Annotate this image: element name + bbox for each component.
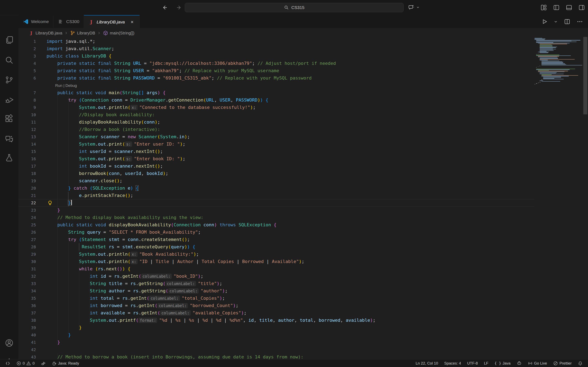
code-line[interactable]: 9 System.out.println(x:"Connected to the… bbox=[18, 104, 588, 111]
code-line[interactable]: 21 e.printStackTrace(); bbox=[18, 192, 588, 199]
code-line[interactable]: 30 System.out.println(x:"ID | Title | Au… bbox=[18, 258, 588, 265]
code-line[interactable]: 35 int total = rs.getInt(columnLabel:"to… bbox=[18, 295, 588, 302]
line-number[interactable]: 3 bbox=[18, 52, 36, 60]
line-number[interactable]: 39 bbox=[18, 324, 36, 331]
line-number[interactable]: 20 bbox=[18, 184, 36, 192]
code-line[interactable]: 13 Scanner scanner = new Scanner(System.… bbox=[18, 133, 588, 141]
line-number[interactable]: 19 bbox=[18, 177, 36, 184]
code-line[interactable]: 25 public static void displayBookAvailab… bbox=[18, 221, 588, 229]
line-number[interactable]: 8 bbox=[18, 96, 36, 104]
breadcrumb-item[interactable]: JLibraryDB.java bbox=[29, 30, 62, 36]
code-line[interactable]: 5 private static final String USER = "ab… bbox=[18, 67, 588, 75]
breadcrumb-item[interactable]: LibraryDB bbox=[70, 30, 95, 36]
line-number[interactable]: 22 bbox=[18, 199, 36, 207]
code-line[interactable]: 14 System.out.print(s:"Enter user ID: ")… bbox=[18, 141, 588, 148]
activity-search-icon[interactable] bbox=[0, 54, 18, 66]
code-line[interactable]: 31 while (rs.next()) { bbox=[18, 265, 588, 273]
activity-chat-icon[interactable] bbox=[0, 133, 18, 145]
codelens-run-debug[interactable]: Run | Debug bbox=[47, 83, 77, 88]
code-line[interactable]: 26 String query = "SELECT * FROM book_Av… bbox=[18, 229, 588, 236]
line-number[interactable]: 31 bbox=[18, 265, 36, 273]
toggle-panel-left-icon[interactable] bbox=[553, 4, 560, 11]
status-java-ready[interactable]: Java: Ready bbox=[50, 359, 81, 367]
status-spaces-4[interactable]: Spaces: 4 bbox=[442, 359, 463, 367]
tab-welcome[interactable]: Welcome bbox=[18, 15, 53, 28]
scrollbar-slider[interactable] bbox=[583, 37, 587, 114]
line-number[interactable]: 23 bbox=[18, 207, 36, 214]
copilot-chat-button[interactable] bbox=[408, 3, 420, 12]
line-number[interactable]: 34 bbox=[18, 287, 36, 295]
line-number[interactable]: 37 bbox=[18, 309, 36, 317]
status-remote-icon[interactable] bbox=[3, 359, 12, 367]
line-number[interactable]: 16 bbox=[18, 155, 36, 162]
line-number[interactable]: 38 bbox=[18, 317, 36, 324]
status-go-live[interactable]: Go Live bbox=[526, 359, 549, 367]
line-number[interactable]: 10 bbox=[18, 111, 36, 118]
line-number[interactable]: 18 bbox=[18, 170, 36, 177]
code-line[interactable]: 7 public static void main(String[] args)… bbox=[18, 89, 588, 96]
breadcrumb-item[interactable]: main(String[]) bbox=[103, 30, 134, 36]
code-line[interactable]: 1import java.sql.*; bbox=[18, 38, 588, 45]
line-number[interactable]: 13 bbox=[18, 133, 36, 141]
command-center-search[interactable]: CS315 bbox=[185, 3, 404, 12]
tab-cs300[interactable]: CS300 bbox=[53, 15, 84, 28]
code-line[interactable]: 17 int bookId = scanner.nextInt(); bbox=[18, 162, 588, 170]
toggle-panel-right-icon[interactable] bbox=[578, 4, 585, 11]
activity-testing-icon[interactable] bbox=[0, 152, 18, 164]
code-line[interactable]: 20 } catch (SQLException e) { bbox=[18, 184, 588, 192]
code-line[interactable]: 23 } bbox=[18, 207, 588, 214]
code-line[interactable]: 6 private static final String PASSWORD =… bbox=[18, 75, 588, 82]
status-java[interactable]: { }Java bbox=[493, 359, 513, 367]
line-number[interactable]: 7 bbox=[18, 89, 36, 96]
close-icon[interactable]: × bbox=[129, 19, 135, 25]
code-line[interactable]: 22 } bbox=[18, 199, 588, 207]
line-number[interactable]: 32 bbox=[18, 273, 36, 280]
status-prettier[interactable]: Prettier bbox=[551, 359, 574, 367]
line-number[interactable]: 9 bbox=[18, 104, 36, 111]
code-line[interactable]: 15 int userId = scanner.nextInt(); bbox=[18, 148, 588, 155]
line-number[interactable]: 4 bbox=[18, 60, 36, 67]
code-line[interactable]: 19 scanner.close(); bbox=[18, 177, 588, 184]
status-copilot-icon[interactable] bbox=[515, 359, 524, 367]
code-area[interactable]: 1import java.sql.*;2import java.util.Sca… bbox=[18, 38, 588, 359]
line-number[interactable]: 14 bbox=[18, 141, 36, 148]
line-number[interactable]: 1 bbox=[18, 38, 36, 45]
activity-run-debug-icon[interactable] bbox=[0, 94, 18, 106]
code-line[interactable]: 4 private static final String URL = "jdb… bbox=[18, 60, 588, 67]
lightbulb-icon[interactable] bbox=[47, 200, 53, 206]
tab-librarydb-java[interactable]: JLibraryDB.java× bbox=[84, 15, 140, 28]
code-line[interactable]: 34 String author = rs.getString(columnLa… bbox=[18, 287, 588, 295]
code-line[interactable]: 2import java.util.Scanner; bbox=[18, 45, 588, 52]
line-number[interactable]: 21 bbox=[18, 192, 36, 199]
line-number[interactable]: 11 bbox=[18, 118, 36, 126]
code-line[interactable]: 43 // Method to borrow a book (insert in… bbox=[18, 353, 588, 359]
status-debug-status-icon[interactable] bbox=[39, 359, 48, 367]
code-line[interactable]: 16 System.out.print(s:"Enter book ID: ")… bbox=[18, 155, 588, 162]
more-actions-icon[interactable] bbox=[577, 18, 583, 25]
line-number[interactable]: 26 bbox=[18, 229, 36, 236]
code-line[interactable]: 10 //Display book availability: bbox=[18, 111, 588, 118]
line-number[interactable]: 43 bbox=[18, 353, 36, 359]
activity-files-icon[interactable] bbox=[0, 34, 18, 46]
code-line[interactable]: 18 borrowBook(conn, userId, bookId); bbox=[18, 170, 588, 177]
code-line[interactable]: 40 } bbox=[18, 331, 588, 339]
chevron-down-icon[interactable] bbox=[554, 20, 558, 24]
code-line[interactable]: 36 int borrowed = rs.getInt(columnLabel:… bbox=[18, 302, 588, 309]
customize-layout-icon[interactable] bbox=[540, 4, 547, 11]
code-line[interactable]: 12 //Borrow a book (interactive): bbox=[18, 126, 588, 133]
line-number[interactable]: 17 bbox=[18, 162, 36, 170]
minimap[interactable] bbox=[535, 38, 582, 359]
line-number[interactable]: 28 bbox=[18, 243, 36, 250]
line-number[interactable]: 30 bbox=[18, 258, 36, 265]
line-number[interactable]: 36 bbox=[18, 302, 36, 309]
vertical-scrollbar[interactable] bbox=[583, 28, 588, 359]
forward-arrow-icon[interactable] bbox=[176, 4, 182, 11]
code-line[interactable]: 41 } bbox=[18, 339, 588, 346]
line-number[interactable]: 25 bbox=[18, 221, 36, 229]
editor-group[interactable]: JLibraryDB.javaLibraryDBmain(String[]) 1… bbox=[18, 28, 588, 359]
back-arrow-icon[interactable] bbox=[161, 4, 168, 11]
code-line[interactable]: 29 System.out.println(x:"Book Availabili… bbox=[18, 250, 588, 258]
line-number[interactable]: 35 bbox=[18, 295, 36, 302]
activity-account-icon[interactable] bbox=[0, 337, 18, 349]
line-number[interactable]: 27 bbox=[18, 236, 36, 243]
